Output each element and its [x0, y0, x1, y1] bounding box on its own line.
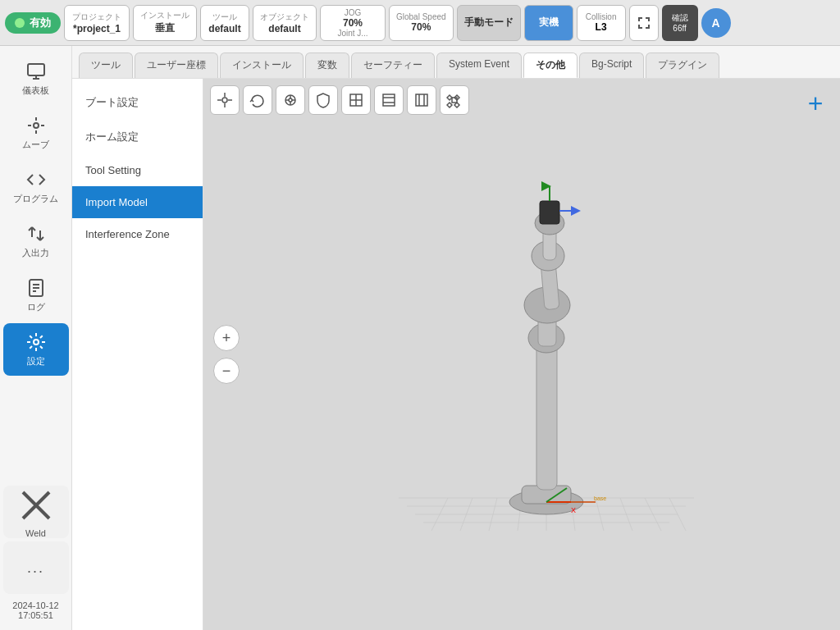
- settings-icon: [26, 332, 46, 352]
- monitor-icon: [26, 62, 46, 81]
- svg-point-12: [34, 340, 39, 345]
- view-btn-box2[interactable]: [374, 85, 404, 115]
- status-indicator: [15, 18, 25, 28]
- object-label: オブジェクト: [260, 11, 309, 23]
- 3d-viewport: + − +: [203, 79, 840, 630]
- view-btn-shield[interactable]: [308, 85, 338, 115]
- datetime-display: 2024-10-1217:05:51: [9, 597, 62, 623]
- io-icon: [26, 224, 46, 244]
- sidebar-item-io[interactable]: 入出力: [3, 215, 69, 267]
- shield-icon: [315, 92, 331, 108]
- expand-button[interactable]: [629, 5, 659, 41]
- sidebar-item-more[interactable]: ...: [3, 541, 69, 594]
- box1-icon: [348, 92, 364, 108]
- zoom-in-button[interactable]: +: [213, 325, 240, 351]
- install-label: インストール: [140, 10, 189, 21]
- viewport-toolbar: [203, 79, 476, 121]
- install-button[interactable]: インストール 垂直: [133, 5, 197, 41]
- avatar-label: A: [712, 16, 720, 30]
- robot-svg: X base: [390, 178, 702, 572]
- collision-label: Collision: [586, 12, 617, 21]
- jog-label: JOG: [345, 8, 362, 17]
- view-btn-box3[interactable]: [407, 85, 436, 115]
- view-btn-perspective[interactable]: [210, 85, 240, 115]
- svg-rect-52: [536, 338, 557, 490]
- weld-icon: [16, 486, 56, 525]
- real-mode-label: 実機: [539, 16, 559, 30]
- view-btn-box1[interactable]: [341, 85, 371, 115]
- status-label: 有効: [30, 16, 51, 30]
- top-bar: 有効 プロジェクト *project_1 インストール 垂直 ツール defau…: [0, 0, 840, 46]
- sidebar-bottom: Weld ... 2024-10-1217:05:51: [3, 486, 69, 630]
- zoom-controls: + −: [213, 325, 240, 384]
- view-btn-joint[interactable]: [276, 85, 305, 115]
- sidebar-item-program[interactable]: プログラム: [3, 161, 69, 213]
- sidebar-weld-label: Weld: [25, 528, 46, 538]
- sidebar-item-move[interactable]: ムーブ: [3, 107, 69, 159]
- add-icon: +: [808, 89, 824, 119]
- expand-icon: [637, 16, 651, 30]
- box2-icon: [381, 92, 397, 108]
- svg-point-15: [222, 98, 227, 103]
- add-model-button[interactable]: +: [801, 89, 830, 118]
- tab-bar: ツール ユーザー座標 インストール 変数 セーフティー System Event…: [72, 46, 840, 79]
- sub-sidebar-interference-zone[interactable]: Interference Zone: [72, 218, 203, 250]
- main-area: 儀表板 ムーブ プログラム: [0, 46, 840, 630]
- sidebar-item-weld[interactable]: Weld: [3, 486, 69, 538]
- tab-user-coord[interactable]: ユーザー座標: [135, 52, 218, 78]
- real-mode-button[interactable]: 実機: [524, 5, 573, 41]
- tab-plugin[interactable]: プラグイン: [646, 52, 719, 78]
- object-button[interactable]: オブジェクト default: [253, 5, 317, 41]
- perspective-icon: [217, 92, 233, 108]
- sub-sidebar: ブート設定 ホーム設定 Tool Setting Import Model In…: [72, 79, 203, 630]
- sub-sidebar-import-model[interactable]: Import Model: [72, 186, 203, 218]
- sidebar-item-settings[interactable]: 設定: [3, 323, 69, 376]
- tab-system-event[interactable]: System Event: [436, 52, 522, 78]
- project-button[interactable]: プロジェクト *project_1: [64, 5, 130, 41]
- rotate-icon: [249, 92, 266, 108]
- code-icon: [26, 170, 46, 189]
- tab-other[interactable]: その他: [523, 52, 578, 78]
- project-value: *project_1: [73, 23, 121, 34]
- tab-safety[interactable]: セーフティー: [351, 52, 435, 78]
- sub-sidebar-home[interactable]: ホーム設定: [72, 120, 203, 154]
- jog-sub: Joint J...: [337, 29, 368, 38]
- move-icon: [26, 116, 46, 135]
- tool-button[interactable]: ツール default: [200, 5, 249, 41]
- svg-point-21: [289, 98, 292, 102]
- tab-install[interactable]: インストール: [220, 52, 304, 78]
- collision-value: L3: [596, 21, 607, 33]
- sub-sidebar-boot[interactable]: ブート設定: [72, 85, 203, 120]
- avatar-button[interactable]: A: [701, 8, 731, 38]
- tab-bg-script[interactable]: Bg-Script: [579, 52, 644, 78]
- sidebar-log-label: ログ: [27, 301, 45, 313]
- zoom-in-icon: +: [222, 330, 231, 347]
- sidebar-item-dashboard[interactable]: 儀表板: [3, 52, 69, 105]
- global-speed-value: 70%: [411, 21, 431, 33]
- view-btn-target[interactable]: [440, 85, 469, 115]
- global-speed-label: Global Speed: [396, 12, 446, 21]
- confirm-button[interactable]: 確認66ff: [662, 5, 698, 41]
- global-speed-button[interactable]: Global Speed 70%: [389, 5, 454, 41]
- svg-text:X: X: [571, 506, 576, 514]
- status-button[interactable]: 有効: [5, 12, 61, 34]
- sub-content: ブート設定 ホーム設定 Tool Setting Import Model In…: [72, 79, 840, 630]
- manual-mode-button[interactable]: 手動モード: [457, 5, 521, 41]
- tab-variable[interactable]: 変数: [305, 52, 349, 78]
- project-label: プロジェクト: [72, 11, 121, 23]
- view-btn-rotate[interactable]: [243, 85, 272, 115]
- datetime-text: 2024-10-1217:05:51: [12, 600, 58, 620]
- sub-sidebar-tool-setting[interactable]: Tool Setting: [72, 154, 203, 186]
- sidebar-item-log[interactable]: ログ: [3, 269, 69, 322]
- sidebar-program-label: プログラム: [13, 193, 58, 205]
- joint-icon: [282, 92, 299, 108]
- tab-tool[interactable]: ツール: [79, 52, 133, 78]
- content-area: ツール ユーザー座標 インストール 変数 セーフティー System Event…: [72, 46, 840, 630]
- jog-button[interactable]: JOG 70% Joint J...: [320, 5, 386, 41]
- zoom-out-icon: −: [222, 363, 231, 380]
- manual-mode-label: 手動モード: [464, 16, 514, 30]
- zoom-out-button[interactable]: −: [213, 358, 240, 384]
- jog-value: 70%: [343, 17, 363, 29]
- collision-box[interactable]: Collision L3: [577, 5, 626, 41]
- left-sidebar: 儀表板 ムーブ プログラム: [0, 46, 72, 630]
